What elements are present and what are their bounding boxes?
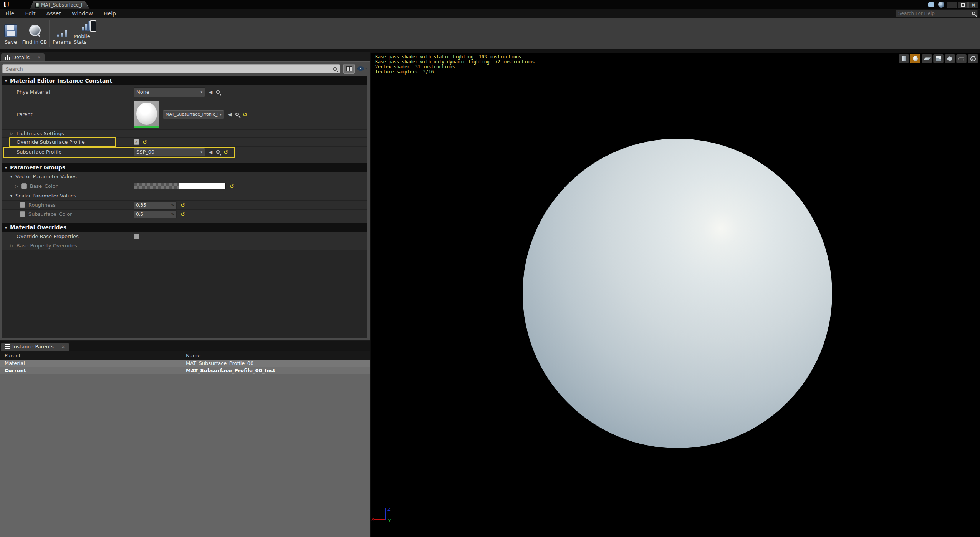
- section-material-overrides[interactable]: ▾ Material Overrides: [2, 223, 367, 232]
- phys-material-value: None: [136, 89, 149, 95]
- expand-icon[interactable]: ▷: [2, 131, 13, 136]
- base-property-overrides-label: Base Property Overrides: [17, 243, 77, 249]
- shape-cube-button[interactable]: [933, 54, 944, 63]
- details-search-input[interactable]: [3, 66, 333, 72]
- expand-icon[interactable]: ▷: [2, 184, 18, 188]
- collapse-icon[interactable]: ▾: [2, 174, 12, 179]
- subsurface-color-input[interactable]: 0.5 ↔: [134, 210, 177, 218]
- toggle-grid-button[interactable]: [956, 54, 967, 63]
- row-parent: Material: [0, 360, 186, 366]
- use-selected-asset-icon[interactable]: ◀: [209, 149, 212, 155]
- browse-to-asset-icon[interactable]: [216, 150, 220, 154]
- y-axis-label: Y: [388, 519, 391, 524]
- instance-parents-tab-close-icon[interactable]: ×: [61, 344, 65, 349]
- reset-to-default-icon[interactable]: ↺: [230, 183, 234, 189]
- shape-cylinder-button[interactable]: [899, 54, 909, 63]
- reset-to-default-icon[interactable]: ↺: [180, 211, 185, 217]
- browse-to-asset-icon[interactable]: [235, 113, 239, 116]
- phys-material-dropdown[interactable]: None ▾: [134, 87, 205, 97]
- parent-material-dropdown[interactable]: MAT_Subsurface_Profile_00 ▾: [163, 110, 224, 119]
- save-label: Save: [5, 39, 17, 45]
- column-parent[interactable]: Parent: [0, 353, 186, 358]
- shape-teapot-button[interactable]: [945, 54, 955, 63]
- minimize-button[interactable]: [947, 2, 957, 8]
- roughness-input[interactable]: 0.35 ↔: [134, 201, 177, 209]
- details-property-list: ▾ Material Editor Instance Constant Phys…: [2, 76, 368, 338]
- chevron-down-icon: ▾: [200, 150, 202, 154]
- table-row[interactable]: Current MAT_Subsurface_Profile_00_Inst: [0, 367, 370, 374]
- vector-parameter-values-row[interactable]: ▾ Vector Parameter Values: [2, 172, 367, 181]
- reset-to-default-icon[interactable]: ↺: [180, 202, 185, 208]
- collapse-icon[interactable]: ▾: [5, 79, 7, 83]
- menu-file[interactable]: File: [0, 10, 20, 17]
- collapse-icon[interactable]: ▾: [5, 225, 7, 230]
- asset-tab[interactable]: MAT_Subsurface_Profile_0 ×: [30, 1, 90, 9]
- base-color-label: Base_Color: [30, 183, 58, 189]
- base-property-overrides-row[interactable]: ▷ Base Property Overrides: [2, 241, 367, 250]
- scalar-parameter-values-row[interactable]: ▾ Scalar Parameter Values: [2, 191, 367, 201]
- menu-help[interactable]: Help: [98, 10, 121, 17]
- subsurface-color-override-checkbox[interactable]: [20, 211, 25, 217]
- tab-instance-parents[interactable]: Instance Parents ×: [1, 343, 69, 351]
- engine-version-icon[interactable]: [938, 2, 944, 8]
- menu-asset[interactable]: Asset: [41, 10, 66, 17]
- params-button[interactable]: Params: [51, 20, 72, 47]
- restore-button[interactable]: [958, 2, 968, 8]
- slider-drag-icon[interactable]: ↔: [170, 202, 176, 208]
- z-axis-line: [385, 508, 386, 520]
- subsurface-profile-dropdown[interactable]: SSP_00 ▾: [134, 148, 205, 156]
- parent-row: Parent MAT_Subsurface_Profile_00 ▾ ◀ ↺: [2, 99, 367, 130]
- collapse-icon[interactable]: ▾: [2, 194, 12, 198]
- section-parameter-groups[interactable]: ▾ Parameter Groups: [2, 163, 367, 172]
- view-options-button[interactable]: ▾: [357, 65, 368, 72]
- details-tab-close-icon[interactable]: ×: [37, 55, 41, 60]
- slider-drag-icon[interactable]: ↔: [170, 211, 176, 217]
- shape-plane-button[interactable]: [922, 54, 932, 63]
- roughness-override-checkbox[interactable]: [20, 202, 25, 208]
- thumbnail-type-bar: [134, 126, 159, 128]
- floppy-disk-icon: [4, 24, 17, 37]
- titlebar-icons: [928, 2, 944, 8]
- expand-icon[interactable]: ▷: [2, 244, 13, 248]
- roughness-value: 0.35: [136, 202, 146, 208]
- z-axis-label: Z: [387, 507, 391, 512]
- column-name[interactable]: Name: [186, 353, 370, 358]
- subsurface-color-row: Subsurface_Color 0.5 ↔ ↺: [2, 210, 367, 219]
- use-selected-asset-icon[interactable]: ◀: [209, 90, 212, 95]
- realtime-preview-button[interactable]: [968, 54, 978, 63]
- section-material-editor-instance-constant[interactable]: ▾ Material Editor Instance Constant: [2, 76, 367, 85]
- help-search-input[interactable]: [896, 11, 972, 16]
- collapse-icon[interactable]: ▾: [5, 166, 7, 170]
- use-selected-asset-icon[interactable]: ◀: [228, 112, 232, 117]
- property-matrix-button[interactable]: [343, 64, 355, 74]
- override-base-properties-checkbox[interactable]: [134, 234, 139, 239]
- preview-viewport[interactable]: Base pass shader with static lighting: 1…: [371, 53, 980, 537]
- shape-sphere-button[interactable]: [910, 54, 920, 63]
- mobile-stats-button[interactable]: Mobile Stats: [74, 20, 104, 47]
- reset-to-default-icon[interactable]: ↺: [223, 149, 228, 155]
- asset-tab-label: MAT_Subsurface_Profile_0: [41, 2, 83, 8]
- section-title: Material Editor Instance Constant: [10, 78, 112, 84]
- reset-to-default-icon[interactable]: ↺: [142, 139, 147, 145]
- details-tab-label: Details: [12, 55, 30, 60]
- table-row[interactable]: Material MAT_Subsurface_Profile_00: [0, 360, 370, 367]
- parent-material-thumbnail[interactable]: [134, 101, 159, 128]
- browse-to-asset-icon[interactable]: [216, 90, 220, 94]
- base-color-swatch[interactable]: [134, 183, 226, 189]
- find-in-cb-button[interactable]: Find in CB: [21, 20, 48, 47]
- menu-window[interactable]: Window: [66, 10, 98, 17]
- subsurface-profile-value: SSP_00: [136, 149, 154, 155]
- tab-details[interactable]: Details ×: [1, 53, 45, 61]
- shader-stats: Base pass shader with static lighting: 1…: [375, 55, 535, 75]
- close-button[interactable]: ×: [968, 2, 978, 8]
- scalar-parameter-values-label: Scalar Parameter Values: [15, 193, 76, 199]
- lightmass-settings-row[interactable]: ▷ Lightmass Settings: [2, 130, 367, 138]
- save-button[interactable]: Save: [2, 20, 20, 47]
- feedback-bubble-icon[interactable]: [928, 2, 934, 7]
- override-subsurface-profile-checkbox[interactable]: ✓: [134, 139, 139, 145]
- instance-parents-tab-label: Instance Parents: [12, 344, 54, 350]
- asset-tab-close-icon[interactable]: ×: [86, 2, 90, 8]
- reset-to-default-icon[interactable]: ↺: [243, 111, 247, 118]
- base-color-override-checkbox[interactable]: [21, 183, 27, 189]
- menu-edit[interactable]: Edit: [20, 10, 41, 17]
